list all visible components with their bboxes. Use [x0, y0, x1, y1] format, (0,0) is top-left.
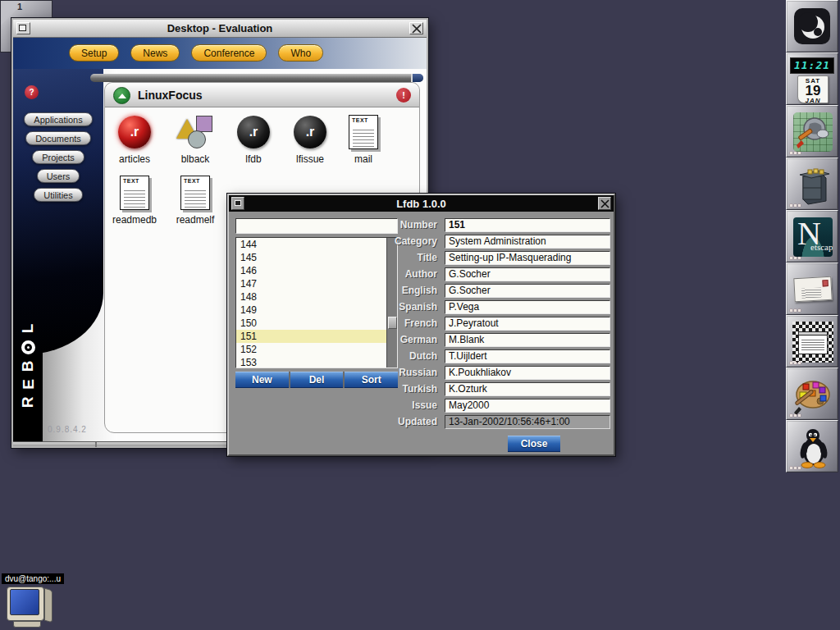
field-label-russian: Russian — [363, 366, 437, 380]
lfdb-window: Lfdb 1.0.0 144 145 146 147 148 149 150 1… — [227, 194, 615, 456]
top-tube-bar — [90, 74, 423, 82]
minimized-window-label: dvu@tango:...u — [2, 573, 64, 584]
panel-header[interactable]: LinuxFocus ! — [105, 83, 419, 107]
icon-label: blback — [169, 153, 221, 165]
close-form-button[interactable]: Close — [508, 436, 560, 452]
penguin-icon — [793, 426, 833, 468]
rebol-ball-icon: .r — [294, 116, 326, 148]
running-indicator — [790, 152, 801, 154]
tube-cap — [411, 74, 423, 82]
field-value-turkish[interactable]: K.Ozturk — [445, 382, 610, 396]
conference-button[interactable]: Conference — [191, 44, 267, 62]
close-icon — [412, 24, 422, 34]
help-button[interactable]: ? — [25, 85, 39, 99]
who-button[interactable]: Who — [278, 44, 323, 62]
field-label-category: Category — [363, 235, 437, 249]
dock-tile-file-cabinet[interactable] — [786, 158, 838, 210]
text-document-icon: TEXT — [349, 115, 378, 149]
dock-tile-windowmaker[interactable] — [786, 0, 838, 52]
collapse-arrow-icon[interactable] — [113, 87, 130, 104]
field-label-dutch: Dutch — [363, 349, 437, 363]
field-label-turkish: Turkish — [363, 382, 437, 396]
sidebar-item-utilities[interactable]: Utilities — [34, 188, 82, 202]
paint-palette-icon — [793, 373, 833, 416]
window-title: Desktop - Evaluation — [13, 22, 427, 34]
new-button[interactable]: New — [235, 372, 289, 388]
rebol-logo: L B E R — [13, 320, 43, 411]
field-value-updated: 13-Jan-2002/10:56:46+1:00 — [445, 415, 610, 429]
dock: 11:21 SAT 19 JAN — [786, 0, 838, 472]
top-banner: Setup News Conference Who — [13, 38, 427, 69]
field-label-title: Title — [363, 251, 437, 265]
dock-tile-netscape[interactable]: N etscape — [786, 210, 838, 262]
field-label-german: German — [363, 333, 437, 347]
rebol-letter: R — [19, 397, 36, 409]
rebol-letter: L — [19, 324, 36, 334]
dock-tile-mail[interactable] — [786, 262, 838, 315]
field-label-spanish: Spanish — [363, 300, 437, 314]
rebol-letter: E — [20, 379, 37, 390]
titlebar[interactable]: Lfdb 1.0.0 — [229, 195, 614, 212]
rebol-letter: B — [19, 361, 36, 372]
sidebar-item-documents[interactable]: Documents — [25, 131, 91, 145]
shapes-icon — [176, 114, 214, 150]
close-button[interactable] — [598, 197, 611, 210]
dock-tile-xmessage[interactable] — [786, 315, 838, 368]
sidebar-menu: Applications Documents Projects Users Ut… — [20, 112, 97, 202]
field-value-english[interactable]: G.Socher — [445, 284, 610, 298]
running-indicator — [790, 414, 801, 417]
field-value-dutch[interactable]: T.Uijldert — [445, 349, 610, 363]
desktop-icon-lfissue[interactable]: .r lfissue — [284, 112, 336, 165]
icon-label: readmelf — [169, 214, 221, 226]
running-indicator — [790, 309, 801, 312]
sidebar-item-applications[interactable]: Applications — [24, 112, 92, 126]
running-indicator — [790, 257, 801, 259]
sidebar-item-projects[interactable]: Projects — [32, 150, 84, 164]
field-value-spanish[interactable]: P.Vega — [445, 300, 610, 314]
sidebar-item-users[interactable]: Users — [37, 169, 80, 183]
desktop-icon-lfdb[interactable]: .r lfdb — [227, 112, 280, 165]
desktop-icon-articles[interactable]: .r articles — [108, 112, 161, 165]
news-button[interactable]: News — [130, 44, 180, 62]
dock-tile-clock[interactable]: 11:21 SAT 19 JAN — [786, 52, 838, 105]
field-value-number[interactable]: 151 — [445, 218, 610, 232]
field-value-french[interactable]: J.Peyratout — [445, 317, 610, 331]
dock-tile-palette[interactable] — [786, 368, 838, 420]
checkerboard-icon — [792, 322, 833, 363]
field-value-category[interactable]: System Administration — [445, 235, 610, 249]
alert-icon[interactable]: ! — [396, 88, 411, 103]
dock-tile-draw-app[interactable] — [786, 105, 838, 158]
field-value-german[interactable]: M.Blank — [445, 333, 610, 347]
close-button[interactable] — [409, 22, 423, 34]
dock-tile-tux[interactable] — [786, 420, 838, 472]
desktop-icon-readmedb[interactable]: TEXT readmedb — [108, 173, 161, 226]
netscape-wordmark: etscape — [810, 242, 833, 252]
text-document-icon: TEXT — [180, 176, 210, 210]
desktop-icon-mail[interactable]: TEXT mail — [337, 112, 390, 165]
workspace-number: 1 — [17, 2, 22, 11]
titlebar[interactable]: Desktop - Evaluation — [13, 20, 427, 38]
text-document-icon: TEXT — [120, 176, 149, 210]
draw-app-icon — [793, 112, 833, 152]
field-value-issue[interactable]: May2000 — [445, 399, 610, 413]
setup-button[interactable]: Setup — [69, 44, 119, 62]
toolbar: Setup News Conference Who — [69, 44, 323, 62]
message-window-icon — [798, 331, 828, 354]
field-label-english: English — [363, 284, 437, 298]
calendar-icon: SAT 19 JAN — [797, 75, 829, 103]
field-value-author[interactable]: G.Socher — [445, 267, 610, 281]
calendar-date: 19 — [798, 84, 828, 98]
field-value-title[interactable]: Setting-up IP-Masquerading — [445, 251, 610, 265]
field-label-author: Author — [363, 267, 437, 281]
desktop-icon-blback[interactable]: blback — [169, 112, 221, 165]
field-label-number: Number — [363, 218, 437, 232]
field-value-russian[interactable]: K.Poukhliakov — [445, 366, 610, 380]
envelope-icon — [793, 276, 832, 302]
field-label-french: French — [363, 317, 437, 331]
icon-label: readmedb — [108, 214, 161, 226]
icon-label: lfissue — [284, 153, 336, 165]
desktop-icon-readmelf[interactable]: TEXT readmelf — [169, 173, 221, 226]
del-button[interactable]: Del — [290, 372, 344, 388]
file-cabinet-icon — [793, 163, 833, 206]
field-label-updated: Updated — [363, 415, 437, 429]
